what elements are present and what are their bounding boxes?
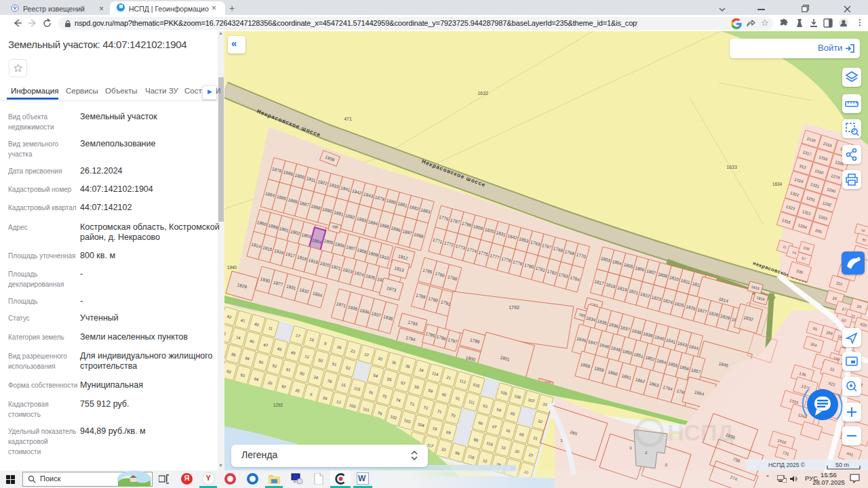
svg-text:471: 471 bbox=[344, 117, 352, 121]
svg-text:1634: 1634 bbox=[772, 182, 783, 186]
svg-text:1792: 1792 bbox=[509, 305, 519, 310]
svg-text:1292: 1292 bbox=[273, 403, 283, 407]
svg-text:НСПД 2025 ©: НСПД 2025 © bbox=[768, 462, 806, 468]
svg-text:50 m: 50 m bbox=[835, 462, 849, 468]
svg-text:1633: 1633 bbox=[726, 165, 737, 169]
svg-text:796: 796 bbox=[332, 225, 338, 229]
svg-text:1940: 1940 bbox=[227, 265, 237, 270]
svg-text:1632: 1632 bbox=[477, 91, 488, 96]
svg-text:НСПД: НСПД bbox=[667, 420, 734, 445]
